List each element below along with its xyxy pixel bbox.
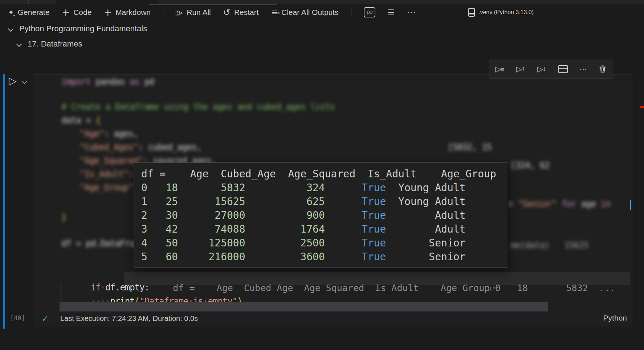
execution-count: [40] [10,314,25,322]
kernel-icon [468,8,475,17]
add-code-button[interactable]: + Code [62,8,91,17]
cell-language-label[interactable]: Python [603,314,627,322]
blurred-code-fragment: [5832, 15 [448,142,492,152]
notebook-title-label: Python Programming Fundamentals [19,24,147,33]
cell-status-bar: ✓ Last Execution: 7:24:23 AM, Duration: … [34,313,632,327]
dataframe-row: 3 42 74088 1764 True Adult [141,222,508,236]
active-tab-indicator [56,0,159,4]
notebook-toolbar: ✦✦ Generate + Code + Markdown ▷▷ Run All… [0,4,644,21]
list-icon: ☰ [388,8,395,17]
blurred-code-fragment: data = { [61,115,101,125]
toolbar-divider [351,7,351,18]
variables-icon: (x) [364,7,375,17]
ellipsis-icon: ⋯ [580,65,587,73]
dataframe-header-row: df = Age Cubed_Age Age_Squared Is_Adult … [141,167,508,181]
cell-selection-bar [3,74,5,329]
blurred-code-fragment: import pandas as pd [61,77,154,87]
last-execution-status: Last Execution: 7:24:23 AM, Duration: 0.… [60,314,198,323]
clear-outputs-label: Clear All Outputs [281,8,339,17]
generate-label: Generate [18,8,50,17]
dataframe-row: 0 18 5832 324 True Young Adult [141,181,508,195]
arrow-up-icon: ↑ [521,66,526,72]
clear-outputs-icon: ≡✕ [271,9,278,16]
plus-icon: + [104,9,112,16]
blurred-code-fragment: "Age": ages, [80,129,138,139]
run-cell-dropdown[interactable] [23,79,27,86]
outline-item-section[interactable]: 17. Dataframes [17,39,82,49]
cell-toolbar: ▷≡ ▷↑ ▷↓ ⋯ [489,60,612,79]
chevron-down-icon [8,26,14,32]
blurred-code-fragment: [324, 62 [510,160,550,170]
restart-button[interactable]: ↺ Restart [223,7,259,17]
dataframe-popup: df = Age Cubed_Age Age_Squared Is_Adult … [134,162,508,268]
run-cell-button[interactable]: ▷ [9,75,17,87]
success-check-icon: ✓ [41,314,49,324]
add-markdown-button[interactable]: + Markdown [104,8,151,17]
outline-button[interactable]: ☰ [388,8,395,17]
lines-icon: ≡ [500,66,505,72]
more-actions-button[interactable]: ⋯ [407,7,416,17]
more-cell-actions-button[interactable]: ⋯ [580,65,587,73]
blurred-code-fragment: } [61,212,66,222]
arrow-down-icon: ↓ [542,66,547,72]
split-cell-button[interactable] [558,65,568,73]
split-cell-icon [558,65,568,73]
plus-icon: + [62,9,70,16]
run-all-icon: ▷▷ [176,8,183,16]
dataframe-row: 2 30 27000 900 True Adult [141,209,508,222]
overview-ruler-error-mark [640,106,644,108]
dataframe-row: 4 50 125000 2500 True Senior [141,236,508,250]
kernel-picker[interactable]: .venv (Python 3.13.0) [468,4,534,21]
blurred-code-fragment: "Cubed_Ages": cubed_ages, [80,142,201,152]
add-markdown-label: Markdown [115,8,151,17]
ellipsis-icon: ⋯ [407,7,416,17]
section-label: 17. Dataframes [28,39,82,49]
chevron-down-icon [16,41,22,47]
horizontal-scrollbar[interactable] [60,302,548,311]
run-all-label: Run All [187,8,211,17]
outline-item-notebook-title[interactable]: Python Programming Fundamentals [9,24,147,33]
code-line-print[interactable]: ····print("Dataframe·is·empty") [61,286,242,317]
blurred-code-fragment: df = pd.DataFra [61,238,135,249]
add-code-label: Code [73,8,91,17]
blurred-code-fragment: e "Senior" for age in [508,199,610,209]
tab-divider [28,0,29,4]
execute-below-button[interactable]: ▷↓ [537,65,546,73]
dataframe-row: 1 25 15625 625 True Young Adult [141,195,508,209]
restart-label: Restart [234,8,259,17]
generate-button[interactable]: ✦✦ Generate [8,8,49,17]
linefeed-symbol: LF [490,286,495,291]
chevron-down-icon [22,79,28,84]
tab-divider [13,0,13,4]
cursor [630,200,631,210]
restart-icon: ↺ [223,7,231,17]
clear-all-outputs-button[interactable]: ≡✕ Clear All Outputs [271,8,339,17]
variables-button[interactable]: (x) [364,7,375,17]
execute-above-button[interactable]: ▷↑ [516,65,525,73]
delete-cell-button[interactable] [599,65,606,73]
dataframe-popup-body: df = Age Cubed_Age Age_Squared Is_Adult … [141,167,508,264]
execute-cells-button[interactable]: ▷≡ [495,65,504,73]
blurred-code-fragment: # Create a Dataframe using the ages and … [61,102,335,112]
kernel-label: .venv (Python 3.13.0) [478,9,534,16]
blurred-code-fragment: me(data) 15625 [510,240,588,250]
vscode-notebook-window: ✦✦ Generate + Code + Markdown ▷▷ Run All… [0,0,644,350]
run-all-button[interactable]: ▷▷ Run All [176,8,211,17]
sparkle-icon: ✦✦ [8,8,14,17]
dataframe-row: 5 60 216000 3600 True Senior [141,250,508,264]
toolbar-divider [163,7,163,18]
trash-icon [599,65,606,73]
